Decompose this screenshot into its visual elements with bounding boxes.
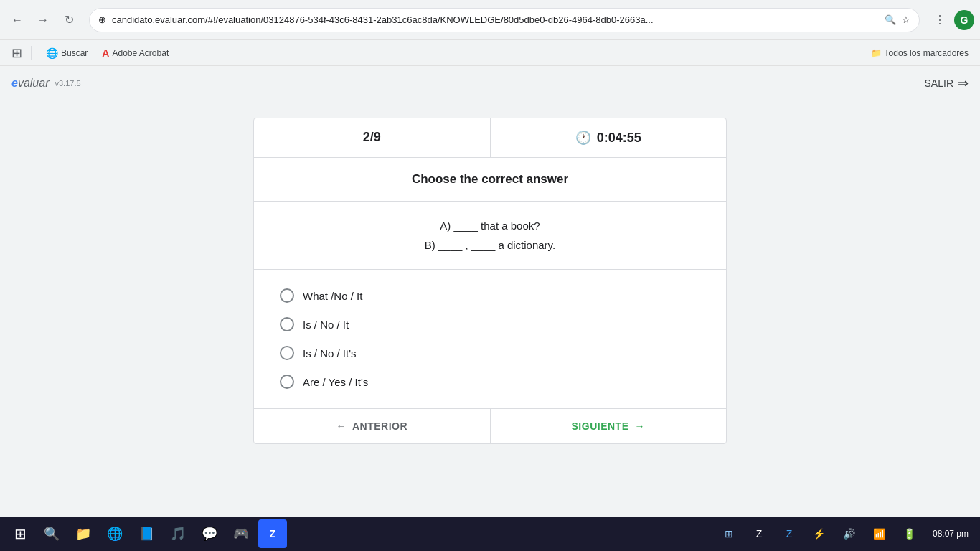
option-4-label: Are / Yes / It's	[303, 376, 368, 388]
quiz-header: 2/9 🕐 0:04:55	[254, 118, 726, 158]
app2-icon: 💬	[202, 526, 217, 542]
taskbar-volume[interactable]: 🔊	[837, 521, 862, 547]
wifi-icon: 📶	[873, 528, 885, 540]
zoom-icon: Z	[270, 528, 276, 540]
taskbar-right: ⊞ Z Z ⚡ 🔊 📶 🔋 08:07 pm	[716, 521, 974, 547]
app-logo: evaluar v3.17.5	[11, 77, 81, 90]
question-title-text: Choose the correct answer	[412, 172, 568, 186]
option-3[interactable]: Is / No / It's	[277, 339, 703, 367]
address-bar[interactable]: ⊕ candidato.evaluar.com/#!/evaluation/03…	[89, 8, 920, 32]
reload-button[interactable]: ↻	[57, 9, 80, 32]
taskbar-app3[interactable]: 🎮	[227, 519, 255, 548]
folder-icon: 📁	[871, 48, 882, 58]
taskbar-search-button[interactable]: 🔍	[37, 519, 66, 548]
quiz-options: What /No / It Is / No / It Is / No / It'…	[254, 270, 726, 408]
anterior-label: ANTERIOR	[352, 420, 407, 432]
radio-2[interactable]	[280, 317, 294, 331]
star-icon: ☆	[902, 14, 910, 25]
question-title: Choose the correct answer	[254, 158, 726, 202]
anterior-button[interactable]: ← ANTERIOR	[254, 409, 491, 443]
logo-rest: valuar	[18, 77, 50, 89]
bluetooth-icon: ⚡	[813, 528, 825, 540]
browser-toolbar: ← → ↻ ⊕ candidato.evaluar.com/#!/evaluat…	[0, 0, 980, 40]
taskbar-wifi[interactable]: 📶	[867, 521, 892, 547]
taskbar-zoom[interactable]: Z	[258, 519, 287, 548]
logo-version: v3.17.5	[55, 79, 80, 88]
volume-icon: 🔊	[843, 528, 855, 540]
back-button[interactable]: ←	[6, 9, 29, 32]
taskbar-bluetooth[interactable]: ⚡	[806, 521, 832, 547]
bookmarks-all-label: Todos los marcadores	[885, 48, 969, 58]
adobe-icon: A	[102, 47, 109, 59]
sys2-icon: Z	[756, 528, 763, 540]
windows-icon: ⊞	[14, 525, 27, 542]
siguiente-button[interactable]: SIGUIENTE →	[491, 409, 727, 443]
browser-icon: 🌐	[46, 47, 58, 59]
browser-actions: ⋮ G	[928, 9, 974, 32]
option-3-label: Is / No / It's	[303, 347, 357, 359]
question-line1: A) ____ that a book?	[283, 216, 697, 235]
lock-icon: ⊕	[98, 14, 106, 25]
sys3-icon: Z	[786, 528, 793, 540]
bookmark-adobe[interactable]: A Adobe Acrobat	[96, 44, 174, 62]
salir-label: SALIR	[925, 77, 953, 89]
chrome-icon: 🌐	[107, 526, 123, 542]
taskbar-file-explorer[interactable]: 📁	[69, 519, 98, 548]
taskbar: ⊞ 🔍 📁 🌐 📘 🎵 💬 🎮 Z ⊞ Z Z ⚡ 🔊	[0, 517, 980, 551]
app-header: evaluar v3.17.5 SALIR ⇒	[0, 66, 980, 100]
logo-e: e	[11, 77, 18, 89]
bookmarks-bar: ⊞ 🌐 Buscar A Adobe Acrobat 📁 Todos los m…	[0, 40, 980, 66]
menu-button[interactable]: ⋮	[928, 9, 951, 32]
app3-icon: 🎮	[233, 526, 249, 542]
taskbar-time: 08:07 pm	[927, 529, 974, 539]
siguiente-label: SIGUIENTE	[572, 420, 629, 432]
divider	[31, 46, 32, 60]
bookmarks-all[interactable]: 📁 Todos los marcadores	[871, 48, 969, 58]
timer-value: 0:04:55	[597, 131, 641, 146]
bookmark-adobe-label: Adobe Acrobat	[112, 48, 169, 58]
quiz-navigation: ← ANTERIOR SIGUIENTE →	[254, 408, 726, 443]
radio-3[interactable]	[280, 346, 294, 360]
battery-icon: 🔋	[903, 528, 915, 540]
file-explorer-icon: 📁	[75, 526, 91, 542]
progress-display: 2/9	[363, 130, 381, 144]
quiz-container: 2/9 🕐 0:04:55 Choose the correct answer …	[253, 118, 727, 444]
edge-icon: 📘	[138, 526, 154, 542]
taskbar-edge[interactable]: 📘	[132, 519, 161, 548]
app1-icon: 🎵	[170, 526, 186, 542]
windows-start-button[interactable]: ⊞	[6, 519, 34, 548]
taskbar-sys1[interactable]: ⊞	[716, 521, 742, 547]
url-text: candidato.evaluar.com/#!/evaluation/0312…	[112, 14, 879, 25]
timer-icon: 🕐	[575, 130, 591, 146]
logo-text: evaluar	[11, 77, 49, 90]
forward-button[interactable]: →	[32, 9, 55, 32]
arrow-right-icon: →	[634, 420, 645, 432]
apps-grid-icon[interactable]: ⊞	[11, 45, 22, 61]
salir-button[interactable]: SALIR ⇒	[925, 75, 969, 91]
bookmark-buscar[interactable]: 🌐 Buscar	[40, 44, 93, 62]
radio-4[interactable]	[280, 375, 294, 389]
taskbar-battery[interactable]: 🔋	[897, 521, 923, 547]
taskbar-app1[interactable]: 🎵	[164, 519, 192, 548]
arrow-left-icon: ←	[336, 420, 347, 432]
main-content: 2/9 🕐 0:04:55 Choose the correct answer …	[0, 100, 980, 461]
exit-icon: ⇒	[958, 75, 969, 91]
taskbar-search-icon: 🔍	[44, 526, 60, 542]
taskbar-sys2[interactable]: Z	[746, 521, 772, 547]
option-2[interactable]: Is / No / It	[277, 310, 703, 339]
taskbar-chrome[interactable]: 🌐	[100, 519, 129, 548]
option-4[interactable]: Are / Yes / It's	[277, 367, 703, 396]
question-text: A) ____ that a book? B) ____ , ____ a di…	[254, 202, 726, 270]
time-display: 08:07 pm	[933, 529, 969, 539]
taskbar-app2[interactable]: 💬	[195, 519, 224, 548]
sys1-icon: ⊞	[725, 528, 733, 540]
avatar[interactable]: G	[954, 10, 974, 30]
option-1[interactable]: What /No / It	[277, 281, 703, 310]
radio-1[interactable]	[280, 288, 294, 303]
bookmark-buscar-label: Buscar	[61, 48, 88, 58]
taskbar-sys3[interactable]: Z	[776, 521, 802, 547]
question-line2: B) ____ , ____ a dictionary.	[283, 235, 697, 255]
quiz-progress: 2/9	[254, 118, 491, 157]
search-icon: 🔍	[885, 14, 896, 25]
quiz-timer: 🕐 0:04:55	[491, 118, 727, 157]
